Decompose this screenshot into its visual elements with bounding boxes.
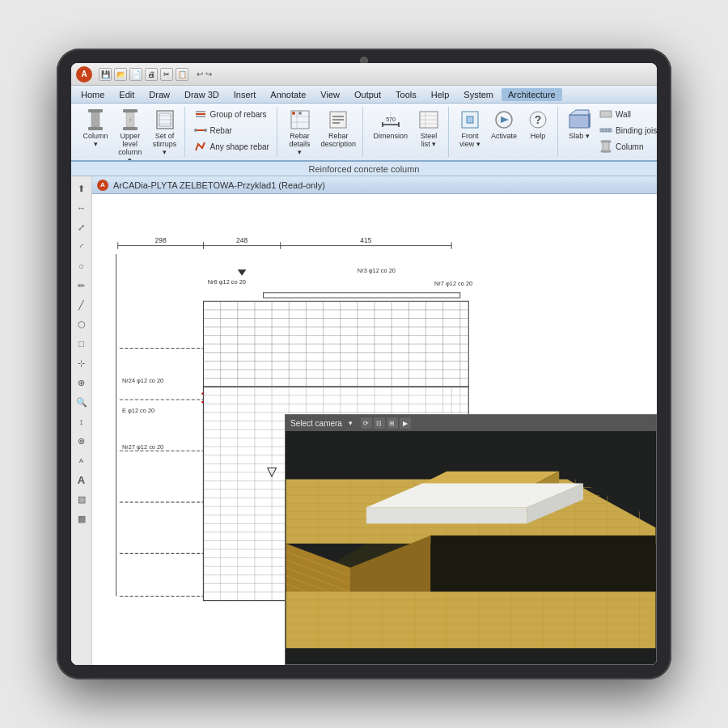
viewport-icon-2[interactable]: ⊡ — [374, 417, 385, 429]
select-tool[interactable]: ⊹ — [73, 354, 91, 372]
arch-column-button[interactable]: Column — [597, 139, 645, 154]
svg-marker-177 — [366, 507, 527, 523]
group-of-rebars-button[interactable]: Group of rebars — [192, 107, 269, 121]
arch-small-group: Wall Binding joist — [597, 107, 657, 154]
svg-rect-3 — [123, 109, 138, 112]
steel-list-button[interactable]: Steellist ▾ — [414, 107, 443, 150]
svg-rect-1 — [91, 112, 99, 127]
arch-wall-button[interactable]: Wall — [597, 107, 633, 121]
zoom-window-tool[interactable]: ⤢ — [73, 218, 91, 236]
copy-icon-btn[interactable]: 📋 — [176, 68, 188, 81]
measure-tool[interactable]: ⊕ — [73, 374, 91, 392]
any-shape-rebar-label: Any shape rebar — [210, 142, 269, 151]
viewport-3d[interactable]: Select camera ▾ ⟳ ⊡ ⊞ ▶ — [285, 414, 657, 665]
pencil-tool[interactable]: ✏ — [73, 277, 91, 294]
cursor-tool[interactable]: ⬆ — [73, 180, 91, 197]
polygon-tool[interactable]: ⬡ — [73, 315, 91, 333]
svg-rect-2 — [88, 127, 103, 130]
group-rebars-label: Group of rebars — [210, 110, 267, 119]
menu-annotate[interactable]: Annotate — [264, 88, 312, 101]
front-view-label: Frontview ▾ — [459, 133, 480, 149]
arch-column-label: Column — [616, 142, 643, 151]
dimension-tool[interactable]: ↕ — [73, 413, 91, 430]
upper-level-column-label: Upper levelcolumn ▾ — [116, 133, 143, 162]
drawing-area[interactable]: A ArCADia-PLYTA ZELBETOWA-Przyklad1 (Rea… — [92, 176, 657, 665]
svg-point-22 — [292, 112, 295, 115]
column-button[interactable]: Column ▾ — [81, 107, 110, 150]
menu-view[interactable]: View — [314, 88, 346, 101]
ribbon-group-rebars: Group of rebars Rebar — [187, 107, 277, 157]
zoom-in-tool[interactable]: 🔍 — [73, 393, 91, 411]
svg-point-23 — [298, 112, 302, 115]
svg-marker-45 — [589, 113, 590, 128]
rebar-small-group: Group of rebars Rebar — [192, 107, 272, 154]
svg-text:↑: ↑ — [129, 116, 132, 124]
rebar-details-button[interactable]: Rebardetails ▾ — [284, 107, 315, 159]
menu-output[interactable]: Output — [348, 88, 387, 101]
screen: A 💾 📂 📄 🖨 ✂ 📋 ↩ ↪ Home Edit Draw Draw 3D… — [71, 63, 657, 665]
text-tool-lg[interactable]: A — [73, 471, 91, 489]
ribbon-group-items-2: Group of rebars Rebar — [192, 107, 272, 157]
drawing-canvas[interactable]: 298 248 415 Nr6 φ12 co 20 Nr3 φ12 co 20 … — [92, 194, 657, 665]
menu-insert[interactable]: Insert — [227, 88, 263, 101]
steel-list-icon — [417, 108, 440, 131]
viewport-icon-3[interactable]: ⊞ — [387, 417, 398, 429]
slab-button[interactable]: Slab ▾ — [565, 107, 594, 142]
svg-point-16 — [194, 129, 197, 132]
new-icon-btn[interactable]: 📄 — [129, 68, 142, 81]
svg-marker-44 — [569, 110, 589, 115]
rebar-description-icon — [327, 108, 349, 131]
snap-tool[interactable]: ⊗ — [73, 432, 91, 450]
column-icon — [84, 108, 107, 131]
left-toolbar: ⬆ ↔ ⤢ ◜ ○ ✏ ╱ ⬡ □ ⊹ ⊕ 🔍 ↕ ⊗ A A ▨ ▩ — [71, 176, 92, 665]
text-tool-sm[interactable]: A — [73, 451, 91, 469]
menu-edit[interactable]: Edit — [112, 88, 141, 101]
menu-home[interactable]: Home — [74, 88, 111, 101]
menu-draw3d[interactable]: Draw 3D — [178, 88, 226, 101]
menu-help[interactable]: Help — [425, 88, 456, 101]
ribbon-group-dimension: 570 Dimension — [365, 107, 449, 157]
undo-redo[interactable]: ↩ ↪ — [197, 70, 212, 78]
save-icon-btn[interactable]: 💾 — [99, 68, 112, 81]
viewport-3d-titlebar: Select camera ▾ ⟳ ⊡ ⊞ ▶ — [286, 415, 656, 431]
help-button[interactable]: ? Help — [523, 107, 552, 142]
rebar-description-button[interactable]: Rebardescription — [319, 107, 358, 150]
menu-architecture[interactable]: Architecture — [502, 88, 562, 101]
dimension-button[interactable]: 570 Dimension — [370, 107, 411, 142]
statusbar: Reinforced concrete column — [71, 162, 657, 176]
menubar: Home Edit Draw Draw 3D Insert Annotate V… — [71, 86, 657, 104]
open-icon-btn[interactable]: 📂 — [114, 68, 127, 81]
rebar-description-label: Rebardescription — [321, 133, 357, 149]
crosshatch-tool[interactable]: ▩ — [73, 510, 91, 527]
activate-button[interactable]: Activate — [488, 107, 520, 142]
ribbon-group-columns: Column ▾ ↑ Upper levelcolumn ▾ — [76, 107, 185, 157]
menu-tools[interactable]: Tools — [389, 88, 423, 101]
line-tool[interactable]: ╱ — [73, 296, 91, 314]
binding-joist-button[interactable]: Binding joist — [597, 123, 657, 138]
print-icon-btn[interactable]: 🖨 — [145, 68, 158, 81]
hatch-tool[interactable]: ▨ — [73, 490, 91, 508]
svg-rect-0 — [88, 109, 103, 112]
menu-draw[interactable]: Draw — [142, 88, 176, 101]
viewport-icon-1[interactable]: ⟳ — [361, 417, 372, 429]
svg-text:298: 298 — [155, 236, 167, 244]
cut-icon-btn[interactable]: ✂ — [160, 68, 173, 81]
rect-tool[interactable]: □ — [73, 335, 91, 353]
upper-level-column-button[interactable]: ↑ Upper levelcolumn ▾ — [113, 107, 146, 162]
svg-text:E φ12 co 20: E φ12 co 20 — [122, 407, 154, 414]
arch-wall-label: Wall — [616, 110, 631, 119]
viewport-icon-4[interactable]: ▶ — [400, 417, 411, 429]
any-shape-rebar-button[interactable]: Any shape rebar — [192, 139, 272, 154]
front-view-button[interactable]: Frontview ▾ — [455, 107, 485, 150]
front-view-icon — [459, 108, 481, 131]
titlebar-icons: 💾 📂 📄 🖨 ✂ 📋 — [99, 68, 188, 81]
svg-text:Nr6 φ12 co 20: Nr6 φ12 co 20 — [208, 278, 246, 286]
binding-joist-icon — [599, 124, 612, 137]
arc-tool[interactable]: ◜ — [73, 238, 91, 256]
move-tool[interactable]: ↔ — [73, 199, 91, 217]
circle-tool[interactable]: ○ — [73, 257, 91, 275]
rebar-button[interactable]: Rebar — [192, 123, 235, 138]
set-of-stirrups-button[interactable]: Set ofstirrups ▾ — [150, 107, 180, 159]
menu-system[interactable]: System — [457, 88, 500, 101]
help-icon: ? — [527, 108, 549, 131]
